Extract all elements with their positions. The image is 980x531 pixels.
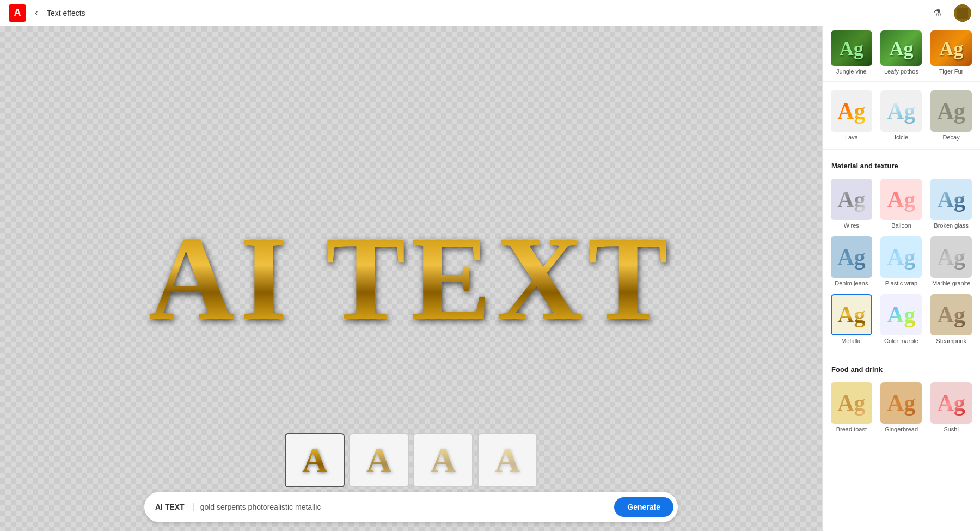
- wires-label: Wires: [844, 222, 859, 229]
- effect-metallic[interactable]: Ag Metallic: [828, 292, 875, 346]
- top-effects-grid: Ag Jungle vine Ag Leafy pothos Ag Tiger …: [823, 30, 980, 77]
- effect-sushi[interactable]: Ag Sushi: [928, 380, 975, 435]
- effect-tiger-fur[interactable]: Ag Tiger Fur: [928, 30, 975, 75]
- jungle-vine-thumb: Ag: [831, 30, 872, 66]
- labs-icon[interactable]: ⚗: [930, 5, 945, 21]
- lava-letter: Ag: [837, 98, 865, 124]
- sushi-letter: Ag: [937, 390, 965, 416]
- effect-denim-jeans[interactable]: Ag Denim jeans: [828, 234, 875, 289]
- effect-broken-glass[interactable]: Ag Broken glass: [928, 176, 975, 231]
- effect-gingerbread[interactable]: Ag Gingerbread: [878, 380, 925, 435]
- divider-3: [823, 353, 980, 353]
- svg-rect-1: [957, 8, 968, 19]
- main-area: AI TEXT A A A A AI TEXT Generate: [0, 26, 980, 531]
- icicle-thumb: Ag: [880, 90, 922, 132]
- color-marble-thumb: Ag: [880, 294, 922, 335]
- icicle-label: Icicle: [895, 134, 908, 141]
- divider-1: [823, 81, 980, 82]
- thumb-letter-4: A: [495, 440, 520, 480]
- thumb-letter-1: A: [302, 440, 327, 480]
- effect-marble-granite[interactable]: Ag Marble granite: [928, 234, 975, 289]
- leafy-pothos-thumb: Ag: [880, 30, 922, 66]
- top-effects-section: Ag Jungle vine Ag Leafy pothos Ag Tiger …: [823, 26, 980, 437]
- effect-wires[interactable]: Ag Wires: [828, 176, 875, 231]
- header: A ‹ Text effects ⚗: [0, 0, 980, 26]
- effect-leafy-pothos[interactable]: Ag Leafy pothos: [878, 30, 925, 75]
- material-effects-grid: Ag Wires Ag Balloon Ag Broken glass: [823, 174, 980, 349]
- icicle-letter: Ag: [887, 98, 915, 124]
- effect-balloon[interactable]: Ag Balloon: [878, 176, 925, 231]
- steampunk-letter: Ag: [937, 302, 965, 328]
- decay-thumb: Ag: [930, 90, 972, 132]
- metallic-label: Metallic: [841, 338, 861, 344]
- jungle-letter: Ag: [840, 37, 863, 60]
- input-bar: AI TEXT Generate: [144, 492, 678, 522]
- gingerbread-letter: Ag: [887, 390, 915, 416]
- decay-letter: Ag: [937, 98, 965, 124]
- effect-decay[interactable]: Ag Decay: [928, 88, 975, 143]
- right-panel: Ag Jungle vine Ag Leafy pothos Ag Tiger …: [822, 26, 980, 531]
- marble-granite-label: Marble granite: [932, 280, 970, 286]
- decay-label: Decay: [943, 134, 960, 141]
- marble-letter: Ag: [937, 244, 965, 270]
- divider-2: [823, 149, 980, 150]
- broken-glass-thumb: Ag: [930, 179, 972, 220]
- leafy-letter: Ag: [889, 37, 913, 60]
- gingerbread-thumb: Ag: [880, 382, 922, 424]
- back-button[interactable]: ‹: [33, 5, 40, 21]
- prompt-input[interactable]: [200, 503, 608, 511]
- effect-color-marble[interactable]: Ag Color marble: [878, 292, 925, 346]
- effect-steampunk[interactable]: Ag Steampunk: [928, 292, 975, 346]
- color-marble-label: Color marble: [884, 338, 918, 344]
- effect-lava[interactable]: Ag Lava: [828, 88, 875, 143]
- denim-thumb: Ag: [831, 236, 872, 278]
- effect-plastic-wrap[interactable]: Ag Plastic wrap: [878, 234, 925, 289]
- nature-effects-grid: Ag Lava Ag Icicle Ag Decay: [823, 86, 980, 145]
- balloon-letter: Ag: [887, 186, 915, 212]
- tiger-fur-thumb: Ag: [930, 30, 972, 66]
- plastic-letter: Ag: [887, 244, 915, 270]
- effect-jungle-vine[interactable]: Ag Jungle vine: [828, 30, 875, 75]
- plastic-thumb: Ag: [880, 236, 922, 278]
- header-actions: ⚗: [930, 4, 971, 22]
- color-marble-letter: Ag: [887, 302, 915, 328]
- tiger-fur-label: Tiger Fur: [939, 68, 963, 75]
- thumb-letter-2: A: [366, 440, 391, 480]
- balloon-label: Balloon: [891, 222, 911, 229]
- food-section-title: Food and drink: [823, 358, 980, 378]
- prompt-prefix-label: AI TEXT: [155, 503, 194, 511]
- thumb-letter-3: A: [431, 440, 456, 480]
- lava-thumb: Ag: [831, 90, 872, 132]
- thumbnail-1[interactable]: A: [285, 433, 345, 487]
- metallic-letter: Ag: [837, 302, 865, 328]
- sushi-thumb: Ag: [930, 382, 972, 424]
- thumbnails-bar: A A A A: [285, 433, 537, 487]
- metallic-thumb: Ag: [831, 294, 872, 335]
- canvas-area: AI TEXT A A A A AI TEXT Generate: [0, 26, 822, 531]
- broken-glass-label: Broken glass: [934, 222, 969, 229]
- main-canvas-text: AI TEXT: [149, 210, 674, 347]
- adobe-logo: A: [9, 4, 26, 22]
- thumbnail-4[interactable]: A: [477, 433, 537, 487]
- header-title: Text effects: [47, 9, 85, 17]
- material-section-title: Material and texture: [823, 154, 980, 174]
- generate-button[interactable]: Generate: [614, 497, 673, 517]
- plastic-wrap-label: Plastic wrap: [885, 280, 917, 286]
- bread-thumb: Ag: [831, 382, 872, 424]
- wires-letter: Ag: [837, 186, 865, 212]
- avatar[interactable]: [954, 4, 971, 22]
- jungle-vine-label: Jungle vine: [836, 68, 867, 75]
- steampunk-thumb: Ag: [930, 294, 972, 335]
- steampunk-label: Steampunk: [936, 338, 966, 344]
- thumbnail-3[interactable]: A: [413, 433, 473, 487]
- denim-jeans-label: Denim jeans: [835, 280, 868, 286]
- lava-label: Lava: [845, 134, 858, 141]
- gingerbread-label: Gingerbread: [885, 426, 918, 432]
- effect-icicle[interactable]: Ag Icicle: [878, 88, 925, 143]
- balloon-thumb: Ag: [880, 179, 922, 220]
- marble-thumb: Ag: [930, 236, 972, 278]
- food-effects-grid: Ag Bread toast Ag Gingerbread Ag Sushi: [823, 378, 980, 437]
- leafy-pothos-label: Leafy pothos: [884, 68, 918, 75]
- effect-bread-toast[interactable]: Ag Bread toast: [828, 380, 875, 435]
- thumbnail-2[interactable]: A: [349, 433, 409, 487]
